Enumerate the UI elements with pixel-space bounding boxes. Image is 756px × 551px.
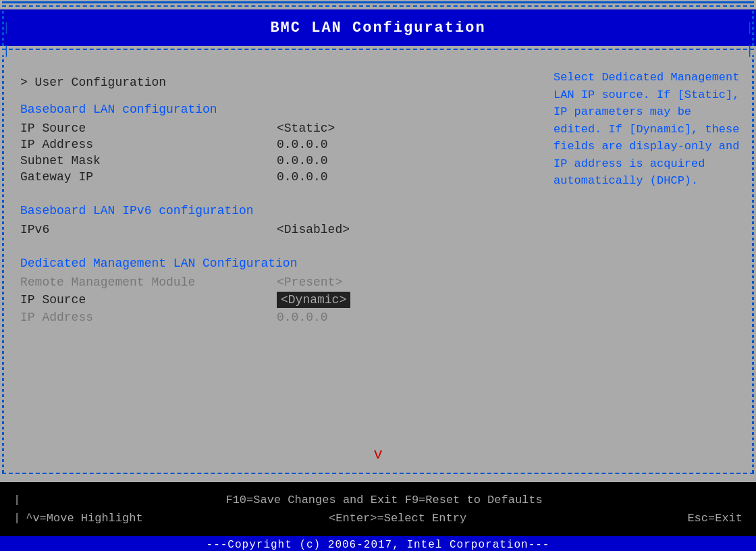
rmm-value: <Present>	[277, 276, 342, 289]
user-config-header: > User Configuration	[20, 76, 526, 89]
bottom-bar-row2: | ^v=Move Highlight <Enter>=Select Entry…	[14, 509, 742, 527]
bottom-bar: | F10=Save Changes and Exit F9=Reset to …	[0, 482, 756, 536]
bottom-area: | F10=Save Changes and Exit F9=Reset to …	[0, 470, 756, 551]
ip-source-label: IP Source	[20, 122, 277, 135]
subnet-mask-value: 0.0.0.0	[277, 154, 328, 167]
table-row: Gateway IP 0.0.0.0	[20, 170, 526, 184]
table-row: Remote Management Module <Present>	[20, 276, 526, 289]
help-text: Select Dedicated Management LAN IP sourc…	[554, 71, 739, 187]
ipv6-label: IPv6	[20, 223, 277, 236]
left-border-second: |	[3, 46, 10, 55]
left-border-top: |	[3, 9, 10, 46]
rmm-label: Remote Management Module	[20, 276, 277, 289]
header-bar: BMC LAN Configuration	[0, 9, 756, 46]
table-row[interactable]: IP Source <Dynamic>	[20, 292, 526, 308]
move-highlight-label: ^v=Move Highlight	[26, 509, 174, 527]
table-row: IPv6 <Disabled>	[20, 223, 526, 236]
scroll-indicator: v	[373, 446, 382, 463]
section-header-baseboard: Baseboard LAN configuration	[20, 103, 526, 116]
pipe-left-2: |	[14, 509, 20, 527]
main-content: > User Configuration Baseboard LAN confi…	[0, 55, 756, 473]
ip-address-value: 0.0.0.0	[277, 138, 328, 151]
ipv6-value[interactable]: <Disabled>	[277, 223, 350, 236]
bottom-border-spacer	[0, 473, 756, 482]
bottom-bar-row1: | F10=Save Changes and Exit F9=Reset to …	[14, 491, 742, 509]
bottom-keys-row1: F10=Save Changes and Exit F9=Reset to De…	[26, 491, 742, 509]
ip-source-value[interactable]: <Static>	[277, 122, 335, 135]
dedicated-ip-source-value[interactable]: <Dynamic>	[277, 292, 350, 308]
table-row: IP Address 0.0.0.0	[20, 311, 526, 324]
section-header-dedicated: Dedicated Management LAN Configuration	[20, 257, 526, 270]
right-border-second: |	[746, 46, 753, 55]
left-panel: > User Configuration Baseboard LAN confi…	[0, 55, 547, 473]
right-vertical-border	[752, 0, 754, 473]
copyright-text: ---Copyright (c) 2006-2017, Intel Corpor…	[207, 539, 550, 551]
select-entry-label: <Enter>=Select Entry	[174, 509, 621, 527]
dedicated-ip-address-label: IP Address	[20, 311, 277, 324]
esc-exit-label: Esc=Exit	[621, 509, 742, 527]
dedicated-ip-address-value: 0.0.0.0	[277, 311, 328, 324]
table-row: IP Source <Static>	[20, 122, 526, 135]
table-row: IP Address 0.0.0.0	[20, 138, 526, 151]
subnet-mask-label: Subnet Mask	[20, 154, 277, 167]
copyright-bar: ---Copyright (c) 2006-2017, Intel Corpor…	[0, 536, 756, 551]
right-border-top: |	[746, 9, 753, 46]
pipe-left-1: |	[14, 491, 20, 509]
gateway-ip-value: 0.0.0.0	[277, 170, 328, 184]
header-title: BMC LAN Configuration	[270, 20, 485, 36]
right-panel: Select Dedicated Management LAN IP sourc…	[547, 55, 756, 473]
ip-address-label: IP Address	[20, 138, 277, 151]
table-row: Subnet Mask 0.0.0.0	[20, 154, 526, 167]
section-header-ipv6: Baseboard LAN IPv6 configuration	[20, 204, 526, 217]
gateway-ip-label: Gateway IP	[20, 170, 277, 184]
dedicated-ip-source-label: IP Source	[20, 293, 277, 307]
